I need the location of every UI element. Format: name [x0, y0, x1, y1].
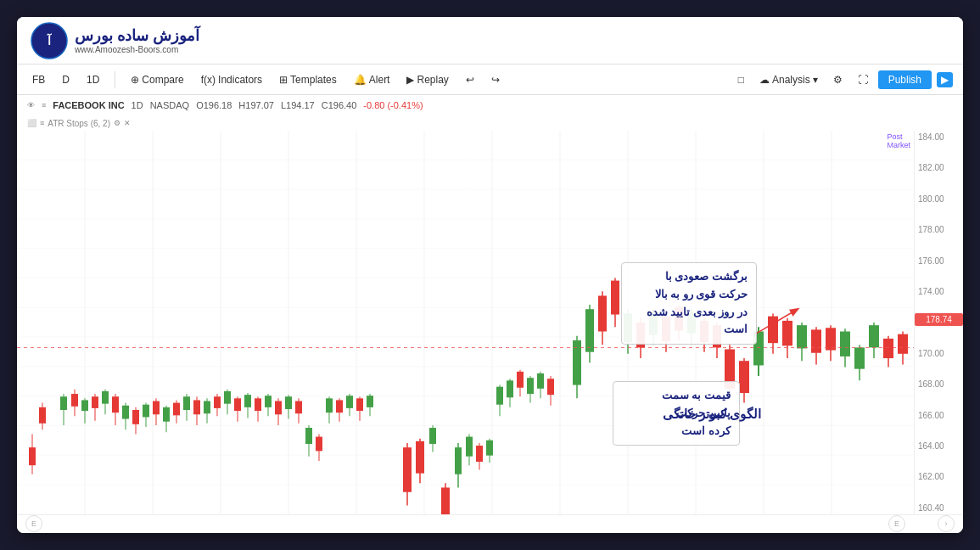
- svg-rect-33: [122, 406, 129, 419]
- svg-text:↑: ↑: [741, 321, 748, 340]
- svg-rect-69: [305, 428, 312, 444]
- scroll-right-button[interactable]: E: [888, 515, 905, 532]
- compare-label: Compare: [142, 74, 183, 86]
- svg-rect-119: [624, 313, 632, 342]
- undo-button[interactable]: ↩: [461, 72, 479, 87]
- svg-rect-125: [662, 317, 670, 341]
- logo-url: www.Amoozesh-Boors.com: [75, 45, 199, 54]
- analysis-button[interactable]: ☁ Analysis ▾: [754, 72, 823, 87]
- fullscreen-icon[interactable]: ⛶: [853, 72, 873, 87]
- price-160: 160.40: [918, 503, 960, 513]
- svg-rect-61: [265, 396, 272, 407]
- toolbar: FB D 1D ⊕ Compare f(x) Indicators ⊞ Temp…: [17, 65, 963, 95]
- price-170: 170.00: [918, 349, 960, 358]
- svg-rect-91: [455, 447, 462, 474]
- svg-rect-19: [39, 407, 46, 424]
- svg-rect-109: [547, 379, 554, 395]
- svg-rect-135: [725, 350, 735, 389]
- alert-label: Alert: [369, 74, 390, 86]
- indicators-icon: f(x): [201, 74, 216, 86]
- window-icon[interactable]: □: [733, 72, 749, 87]
- stock-exchange: NASDAQ: [150, 100, 189, 110]
- svg-rect-29: [102, 391, 109, 404]
- svg-rect-131: [700, 321, 708, 342]
- price-162: 162.00: [918, 472, 960, 481]
- price-184: 184.00: [918, 132, 960, 142]
- symbol-label: FB: [32, 74, 45, 86]
- price-axis: Post Market 184.00 182.00 180.00 178.00 …: [914, 131, 963, 514]
- svg-rect-77: [346, 396, 353, 408]
- svg-rect-35: [132, 410, 139, 424]
- price-176: 176.00: [918, 256, 960, 266]
- svg-rect-63: [275, 401, 282, 415]
- svg-rect-23: [71, 394, 78, 407]
- templates-button[interactable]: ⊞ Templates: [274, 72, 342, 87]
- undo-icon: ↩: [466, 74, 474, 86]
- stock-change: -0.80 (-0.41%): [363, 100, 423, 110]
- svg-rect-153: [854, 347, 865, 368]
- settings-icon[interactable]: ⚙: [828, 72, 848, 87]
- price-166: 166.00: [918, 411, 960, 420]
- price-164: 164.00: [918, 441, 960, 451]
- stock-high: H197.07: [238, 100, 274, 110]
- redo-icon: ↪: [491, 74, 500, 86]
- svg-rect-3: [17, 131, 914, 514]
- svg-rect-57: [244, 395, 251, 407]
- svg-rect-71: [316, 437, 322, 452]
- svg-rect-121: [636, 323, 645, 347]
- stock-low: L194.17: [281, 100, 315, 110]
- indicators-button[interactable]: f(x) Indicators: [196, 72, 267, 87]
- publish-button[interactable]: Publish: [878, 70, 932, 89]
- redo-button[interactable]: ↪: [486, 72, 505, 87]
- interval-selector[interactable]: D: [57, 72, 75, 87]
- chevron-down-icon: ▾: [813, 74, 818, 86]
- interval-label: D: [62, 74, 70, 86]
- svg-rect-53: [224, 391, 231, 404]
- replay-label: Replay: [417, 74, 448, 86]
- svg-rect-103: [517, 372, 524, 388]
- replay-button[interactable]: ▶ Replay: [401, 72, 453, 87]
- price-168: 168.00: [918, 379, 960, 389]
- svg-rect-141: [768, 317, 778, 344]
- svg-rect-67: [295, 401, 302, 414]
- logo-area: آ آموزش ساده بورس www.Amoozesh-Boors.com: [31, 22, 199, 59]
- current-price-label: 178.74: [915, 313, 963, 326]
- time-axis: E E ›: [17, 514, 963, 533]
- templates-icon: ⊞: [279, 74, 288, 86]
- price-178: 178.00: [918, 225, 960, 234]
- svg-rect-97: [486, 441, 493, 456]
- svg-rect-21: [60, 396, 67, 410]
- publish-arrow-icon[interactable]: ▶: [937, 72, 953, 87]
- svg-rect-73: [326, 398, 333, 412]
- svg-rect-101: [507, 380, 513, 397]
- svg-rect-93: [466, 437, 473, 457]
- svg-rect-157: [883, 339, 893, 358]
- svg-rect-83: [403, 447, 412, 492]
- scroll-far-right-button[interactable]: ›: [938, 515, 955, 532]
- alert-button[interactable]: 🔔 Alert: [349, 72, 395, 87]
- svg-rect-49: [204, 401, 210, 414]
- svg-rect-143: [782, 321, 792, 345]
- scroll-left-button[interactable]: E: [25, 515, 42, 532]
- replay-icon: ▶: [406, 74, 414, 86]
- chart-container: ↑ برگشت صعودی با حرکت قوی رو به بالا در …: [17, 131, 963, 514]
- divider1: [115, 71, 115, 88]
- interval-num-selector[interactable]: 1D: [81, 72, 104, 87]
- pin-icon: ≡: [42, 101, 46, 109]
- compare-button[interactable]: ⊕ Compare: [126, 72, 188, 87]
- analysis-label: Analysis: [772, 74, 810, 86]
- svg-rect-99: [496, 387, 503, 405]
- svg-rect-59: [255, 398, 261, 411]
- svg-rect-31: [112, 396, 119, 412]
- svg-rect-43: [173, 403, 180, 416]
- price-182: 182.00: [918, 163, 960, 172]
- svg-rect-39: [153, 401, 160, 415]
- svg-rect-105: [527, 378, 534, 394]
- svg-rect-75: [336, 400, 343, 412]
- svg-rect-151: [840, 332, 850, 356]
- symbol-selector[interactable]: FB: [27, 72, 50, 87]
- svg-rect-47: [193, 400, 200, 414]
- atr-bar: ⬜ ≡ ATR Stops (6, 2) ⚙ ✕: [17, 115, 963, 131]
- atr-label: ATR Stops (6, 2): [48, 119, 110, 128]
- svg-rect-115: [598, 295, 607, 331]
